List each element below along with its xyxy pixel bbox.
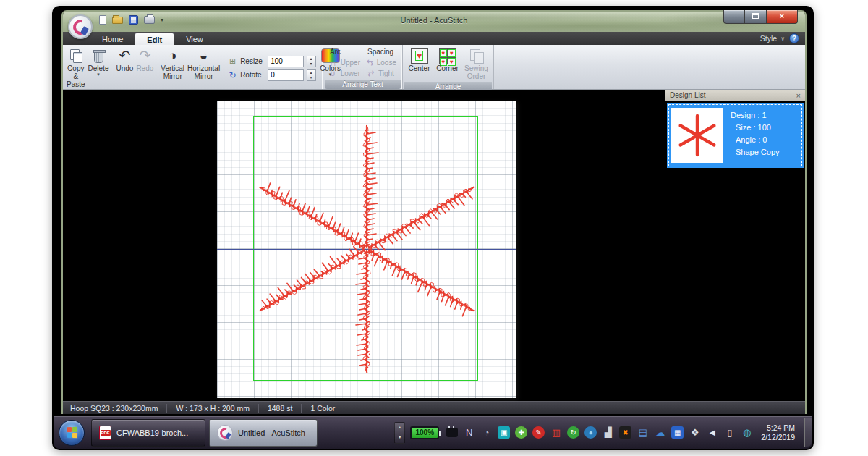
rotate-input[interactable] bbox=[268, 69, 304, 81]
resize-spinner[interactable]: ▴▾ bbox=[307, 56, 316, 67]
undo-button[interactable]: ↶ Undo bbox=[114, 47, 135, 89]
arc-lower-button[interactable]: ∪ Lower bbox=[328, 68, 360, 79]
taskbar: PDF CFWABB19-broch... Untitled - AcuStit… bbox=[54, 416, 812, 449]
design-list-panel: Design List × Design : 1 Size : 100 Angl… bbox=[665, 90, 805, 401]
sewing-order-button[interactable]: Sewing Order bbox=[461, 47, 491, 81]
copy-paste-button[interactable]: Copy & Paste bbox=[65, 47, 87, 89]
style-menu[interactable]: Style ∨ bbox=[760, 34, 785, 43]
minimize-button[interactable]: — bbox=[723, 10, 745, 24]
grid-sheet[interactable] bbox=[217, 101, 516, 398]
clock-date: 2/12/2019 bbox=[761, 433, 795, 442]
tab-view[interactable]: View bbox=[174, 33, 215, 45]
remote-display-icon[interactable]: ▤ bbox=[637, 426, 649, 439]
delete-button[interactable]: Delete ▾ bbox=[87, 47, 111, 89]
arc-lower-label: Lower bbox=[341, 69, 360, 77]
design-angle: Angle : 0 bbox=[736, 134, 780, 146]
spacing-loose-button[interactable]: ⇆ Loose bbox=[366, 57, 396, 68]
design-list-header[interactable]: Design List × bbox=[665, 90, 805, 101]
title-bar[interactable]: ▾ Untitled - AcuStitch — × bbox=[63, 12, 805, 32]
corner-button[interactable]: ♥♥♥♥ Corner bbox=[433, 47, 461, 81]
sewing-order-label: Sewing Order bbox=[464, 64, 488, 80]
spacing-loose-icon: ⇆ bbox=[366, 58, 374, 67]
arc-upper-label: Upper bbox=[341, 59, 360, 67]
ribbon: Copy & Paste Delete ▾ ↶ Undo ↷ Redo bbox=[63, 45, 805, 90]
spacing-loose-label: Loose bbox=[377, 59, 396, 67]
volume-icon[interactable]: ◄ bbox=[706, 426, 718, 439]
rotate-spinner[interactable]: ▴▾ bbox=[307, 69, 316, 81]
dropbox-icon[interactable]: ❖ bbox=[689, 426, 701, 439]
power-settings-icon[interactable]: ◔ bbox=[480, 426, 493, 439]
spacing-tight-button[interactable]: ⇄ Tight bbox=[366, 68, 396, 79]
center-button[interactable]: ♥ Center bbox=[405, 47, 433, 81]
undo-label: Undo bbox=[116, 64, 133, 72]
tab-home[interactable]: Home bbox=[90, 33, 135, 45]
horizontal-mirror-button[interactable]: ◒ Horizontal Mirror bbox=[186, 47, 221, 89]
signal-bars-icon[interactable]: ▟ bbox=[602, 426, 614, 439]
acustitch-window: ▾ Untitled - AcuStitch — × Home Edit Vie… bbox=[61, 10, 807, 414]
monitor-screen: ▾ Untitled - AcuStitch — × Home Edit Vie… bbox=[52, 6, 814, 450]
delete-dropdown-icon[interactable]: ▾ bbox=[97, 72, 100, 77]
spacing-tight-icon: ⇄ bbox=[366, 69, 375, 78]
design-canvas-area[interactable] bbox=[63, 90, 665, 401]
status-bar: Hoop SQ23 : 230x230mm W : 173 x H : 200 … bbox=[63, 401, 805, 414]
vertical-mirror-label: Vertical Mirror bbox=[161, 64, 184, 80]
arc-label: Arc bbox=[330, 48, 360, 56]
onedrive-cloud-icon[interactable]: ☁ bbox=[654, 426, 666, 439]
clipboard-icon[interactable]: ▯ bbox=[723, 426, 736, 439]
horizontal-mirror-label: Horizontal Mirror bbox=[187, 64, 220, 80]
stitch-design[interactable] bbox=[217, 101, 516, 398]
arc-upper-button[interactable]: ∩ Upper bbox=[328, 57, 360, 68]
green-badge-icon[interactable]: ✚ bbox=[515, 426, 527, 439]
window-controls: — × bbox=[723, 10, 798, 24]
taskbar-item-acustitch[interactable]: Untitled - AcuStitch bbox=[209, 419, 318, 447]
close-button[interactable]: × bbox=[766, 10, 798, 24]
resize-label: Resize bbox=[240, 57, 265, 65]
orange-x-icon[interactable]: ✖ bbox=[619, 426, 631, 439]
taskbar-item-acustitch-label: Untitled - AcuStitch bbox=[238, 428, 305, 437]
input-language-icon[interactable]: N bbox=[463, 426, 475, 439]
taskbar-clock[interactable]: 5:24 PM 2/12/2019 bbox=[761, 423, 795, 442]
help-button[interactable]: ? bbox=[789, 33, 799, 43]
resize-input[interactable] bbox=[268, 56, 304, 67]
style-menu-label: Style bbox=[760, 34, 777, 43]
messenger-icon[interactable]: ● bbox=[584, 426, 597, 439]
pdf-file-icon: PDF bbox=[99, 426, 111, 440]
restore-button[interactable] bbox=[745, 10, 766, 24]
undo-icon: ↶ bbox=[119, 48, 130, 64]
resize-icon: ⊞ bbox=[228, 56, 237, 66]
show-desktop-button[interactable] bbox=[804, 418, 812, 447]
teal-app-icon[interactable]: ▣ bbox=[498, 426, 510, 439]
clock-time: 5:24 PM bbox=[761, 423, 795, 433]
sync-status-icon[interactable]: ↻ bbox=[567, 426, 579, 439]
application-menu-button[interactable] bbox=[68, 14, 93, 39]
spacing-tight-label: Tight bbox=[378, 69, 394, 77]
power-plug-icon[interactable] bbox=[446, 428, 458, 437]
design-thumbnail-image bbox=[671, 108, 723, 163]
start-button[interactable] bbox=[59, 420, 85, 446]
taskbar-item-pdf-label: CFWABB19-broch... bbox=[116, 428, 188, 437]
design-list-item[interactable]: Design : 1 Size : 100 Angle : 0 Shape Co… bbox=[667, 103, 804, 168]
photo-app-icon[interactable]: ▦ bbox=[671, 426, 684, 439]
corner-align-icon: ♥♥♥♥ bbox=[439, 48, 456, 64]
red-pen-icon[interactable]: ✎ bbox=[532, 426, 545, 439]
status-hoop: Hoop SQ23 : 230x230mm bbox=[63, 404, 166, 413]
redo-button[interactable]: ↷ Redo bbox=[135, 47, 155, 89]
design-info: Design : 1 Size : 100 Angle : 0 Shape Co… bbox=[731, 108, 780, 163]
taskbar-item-pdf[interactable]: PDF CFWABB19-broch... bbox=[91, 419, 205, 447]
skype-icon[interactable]: ◍ bbox=[741, 426, 753, 439]
sewing-order-icon bbox=[470, 49, 483, 63]
dual-display-icon[interactable]: ▥ bbox=[550, 426, 562, 439]
horizontal-mirror-icon: ◒ bbox=[200, 48, 208, 64]
tray-expander-button[interactable]: ▴▾ bbox=[394, 422, 405, 444]
tab-edit[interactable]: Edit bbox=[135, 33, 174, 45]
window-title: Untitled - AcuStitch bbox=[63, 16, 805, 25]
panel-close-icon[interactable]: × bbox=[796, 92, 801, 99]
copy-paste-label: Copy & Paste bbox=[67, 64, 85, 88]
copy-icon bbox=[70, 49, 82, 62]
battery-indicator[interactable]: 100% bbox=[410, 426, 439, 439]
rotate-label: Rotate bbox=[240, 71, 265, 79]
spacing-label: Spacing bbox=[367, 48, 396, 56]
vertical-mirror-button[interactable]: ◑ Vertical Mirror bbox=[159, 47, 186, 89]
center-label: Center bbox=[409, 64, 430, 72]
acustitch-app-icon bbox=[217, 425, 233, 441]
